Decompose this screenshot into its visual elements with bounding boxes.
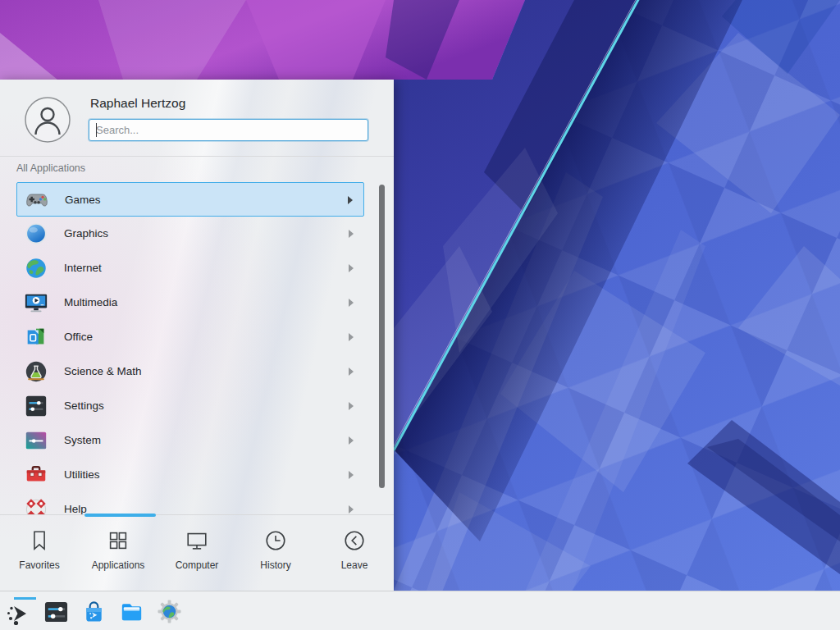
- discover-icon: [81, 599, 107, 624]
- submenu-arrow-icon: [349, 264, 354, 272]
- user-avatar-icon[interactable]: [25, 97, 71, 143]
- category-internet[interactable]: Internet: [16, 251, 364, 285]
- desktop: Raphael Hertzog All Applications Games: [0, 0, 840, 630]
- category-label: Office: [64, 320, 93, 354]
- documents-icon: [24, 325, 48, 349]
- submenu-arrow-icon: [349, 299, 354, 307]
- menu-header: Raphael Hertzog: [0, 80, 394, 156]
- category-label: Multimedia: [64, 285, 117, 320]
- gamepad-icon: [25, 188, 49, 212]
- submenu-arrow-icon: [349, 436, 354, 445]
- submenu-arrow-icon: [349, 230, 354, 238]
- submenu-arrow-icon: [349, 368, 354, 376]
- category-list: Games Graphics: [0, 179, 394, 514]
- category-label: Settings: [64, 389, 104, 423]
- application-launcher-menu: Raphael Hertzog All Applications Games: [0, 80, 394, 591]
- task-system-settings[interactable]: [42, 597, 71, 627]
- system-settings-icon: [43, 599, 69, 624]
- submenu-arrow-icon: [349, 402, 354, 410]
- active-tab-indicator: [84, 514, 156, 517]
- grid-icon: [106, 528, 130, 553]
- monitor-icon: [185, 528, 209, 553]
- tab-label: Favorites: [19, 559, 59, 571]
- kde-launcher-icon: [5, 600, 31, 627]
- category-label: Internet: [64, 251, 102, 285]
- bookmark-icon: [27, 528, 52, 553]
- category-settings[interactable]: Settings: [16, 389, 364, 423]
- task-file-manager[interactable]: [117, 597, 147, 627]
- toolbox-icon: [24, 463, 48, 487]
- multimedia-icon: [24, 290, 48, 315]
- category-label: Science & Math: [64, 354, 142, 389]
- submenu-arrow-icon: [349, 333, 354, 341]
- tab-computer[interactable]: Computer: [158, 515, 236, 591]
- folder-icon: [119, 599, 144, 624]
- tab-label: History: [260, 559, 290, 571]
- application-launcher-button[interactable]: [2, 597, 32, 627]
- category-utilities[interactable]: Utilities: [16, 458, 364, 492]
- category-graphics[interactable]: Graphics: [16, 217, 364, 251]
- clock-icon: [263, 528, 288, 553]
- scrollbar-thumb[interactable]: [379, 185, 385, 488]
- system-icon: [24, 428, 48, 453]
- tab-applications[interactable]: Applications: [79, 515, 158, 591]
- category-label: System: [64, 423, 101, 458]
- tab-label: Leave: [341, 559, 368, 571]
- active-task-indicator: [14, 597, 36, 600]
- submenu-arrow-icon: [349, 471, 354, 479]
- konqueror-icon: [157, 599, 182, 624]
- menu-tab-bar: Favorites Applications Computer: [0, 514, 394, 591]
- sphere-icon: [24, 221, 48, 246]
- tab-favorites[interactable]: Favorites: [0, 515, 79, 591]
- text-cursor: [96, 123, 97, 137]
- sliders-icon: [24, 394, 48, 418]
- submenu-arrow-icon: [349, 505, 354, 514]
- lifebuoy-icon: [24, 497, 48, 514]
- task-web-browser[interactable]: [155, 597, 185, 627]
- category-office[interactable]: Office: [16, 320, 364, 354]
- tab-label: Applications: [92, 559, 145, 571]
- header-separator: [0, 156, 394, 157]
- submenu-arrow-icon: [348, 196, 353, 204]
- tab-label: Computer: [176, 559, 219, 571]
- category-label: Games: [65, 183, 101, 217]
- tab-history[interactable]: History: [236, 515, 315, 591]
- taskbar-panel: ES 7:03 PM 4/24/21: [0, 591, 840, 630]
- category-label: Graphics: [64, 217, 108, 251]
- category-multimedia[interactable]: Multimedia: [16, 285, 364, 320]
- category-label: Utilities: [64, 458, 100, 492]
- category-science-math[interactable]: Science & Math: [16, 354, 364, 389]
- category-system[interactable]: System: [16, 423, 364, 458]
- search-input[interactable]: [89, 119, 368, 141]
- back-circle-icon: [342, 528, 367, 553]
- category-games[interactable]: Games: [16, 182, 364, 217]
- section-label: All Applications: [16, 162, 85, 174]
- tab-leave[interactable]: Leave: [315, 515, 394, 591]
- globe-icon: [24, 256, 48, 281]
- category-label: Help: [64, 492, 87, 514]
- category-help[interactable]: Help: [16, 492, 364, 514]
- flask-icon: [24, 359, 48, 384]
- user-name: Raphael Hertzog: [90, 96, 185, 111]
- task-discover[interactable]: [80, 597, 109, 627]
